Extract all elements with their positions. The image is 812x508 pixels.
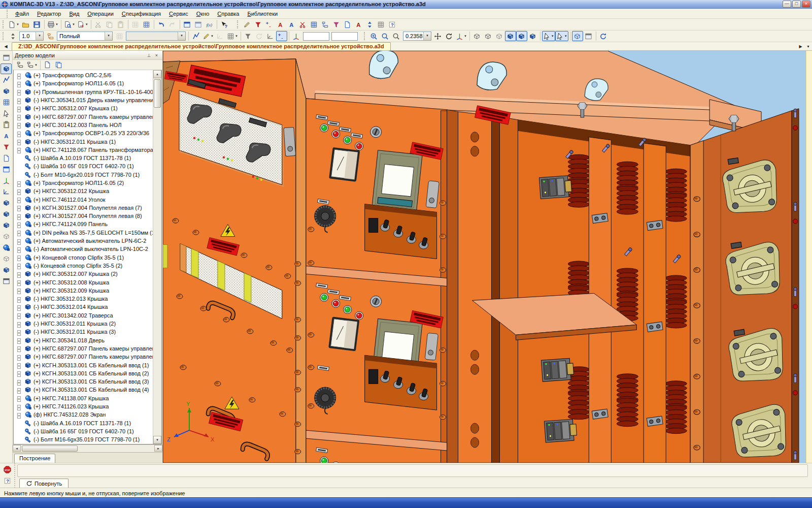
tree-expand-box[interactable]: +: [17, 312, 23, 318]
spec-add-section-button[interactable]: [264, 19, 275, 29]
spec-title-block-button[interactable]: [353, 19, 364, 29]
tree-item[interactable]: +(+) НКГС.305341.018 Дверь: [14, 336, 153, 344]
tree-expand-box[interactable]: +: [17, 304, 23, 310]
scroll-up-arrow[interactable]: ▲: [153, 70, 161, 78]
tree-item[interactable]: +(+) НКГС.687297.007 Панель камеры управ…: [14, 344, 153, 353]
tree-expand-box[interactable]: +: [17, 321, 23, 327]
tree-vertical-scrollbar[interactable]: ▲ ▼: [153, 70, 161, 444]
tree-item[interactable]: +(ф) НКГС.745312.028 Экран: [14, 410, 153, 419]
scroll-right-arrow[interactable]: ►: [154, 445, 162, 452]
tree-item[interactable]: +(+) КСГН.301527.004 Полупетля левая (8): [14, 212, 153, 220]
tree-item[interactable]: +(+) НКГС.741128.067 Панель трансформато…: [14, 146, 153, 154]
scale-combo[interactable]: 1.0▼: [19, 31, 44, 41]
tab-scroll-right-button[interactable]: ▶: [797, 43, 804, 50]
zoom-area-button[interactable]: [380, 31, 391, 41]
spec-columns-button[interactable]: [320, 19, 331, 29]
grid-toggle-button[interactable]: ▼: [226, 31, 239, 41]
menu-help[interactable]: Справка: [213, 10, 243, 18]
tree-expand-box[interactable]: +: [17, 370, 23, 376]
new-document-button[interactable]: ▼: [7, 19, 20, 29]
coords-mode-button[interactable]: [291, 31, 302, 41]
side-measurements-3d-button[interactable]: [1, 131, 12, 141]
tree-expand-box[interactable]: +: [17, 238, 23, 244]
orientation-button[interactable]: ▼: [455, 31, 468, 41]
print-button[interactable]: ▼: [46, 19, 59, 29]
perspective-button[interactable]: [572, 31, 583, 41]
tree-expand-box[interactable]: +: [17, 329, 23, 335]
coord-x-input[interactable]: [303, 32, 329, 41]
layer-control-button[interactable]: [114, 31, 125, 41]
tree-expand-box[interactable]: +: [17, 246, 23, 252]
tree-expand-box[interactable]: +: [17, 122, 23, 128]
toolbar-spec-grip[interactable]: [237, 20, 240, 28]
tree-expand-box[interactable]: +: [17, 345, 23, 351]
side-auxiliary-geometry-button[interactable]: [1, 108, 12, 119]
print-preview-button[interactable]: ▼: [63, 19, 76, 29]
side-kinematic-button[interactable]: [1, 220, 12, 231]
local-csys-button[interactable]: [243, 31, 254, 41]
tree-doc-button[interactable]: [42, 60, 53, 70]
document-manager-button[interactable]: [182, 19, 193, 29]
tree-item[interactable]: +(-) НКГС.305312.011 Крышка (1): [14, 137, 153, 145]
tree-expand-box[interactable]: +: [17, 73, 23, 78]
tree-item[interactable]: +(+) КСГН.305313.001 СБ Кабельный ввод (…: [14, 369, 153, 377]
properties-button[interactable]: [130, 19, 141, 29]
tree-expand-box[interactable]: +: [17, 296, 23, 302]
spec-position-41-button[interactable]: [275, 19, 286, 29]
pan-button[interactable]: [432, 31, 444, 41]
tree-expand-box[interactable]: +: [17, 147, 23, 152]
layer-combo-dropdown[interactable]: ▼: [178, 32, 185, 40]
zoom-in-button[interactable]: [368, 31, 380, 41]
toolbar-view-grip[interactable]: [364, 32, 366, 40]
tree-expand-box[interactable]: +: [17, 197, 23, 202]
tab-construction[interactable]: Построение: [14, 454, 55, 463]
tree-item[interactable]: +(+) НКГС.305312.012 Крышка: [14, 187, 153, 195]
tree-expand-box[interactable]: +: [17, 379, 23, 385]
tree-expand-box[interactable]: +: [17, 89, 23, 94]
side-sheet-metal-button[interactable]: [1, 265, 12, 275]
tree-expand-box[interactable]: +: [17, 362, 23, 368]
variables-window-button[interactable]: [193, 19, 204, 29]
tree-item[interactable]: +(+) НКГС.741124.099 Панель: [14, 220, 153, 228]
scroll-left-arrow[interactable]: ◄: [13, 445, 21, 452]
tree-item[interactable]: +(-) НКГС.305312.013 Крышка: [14, 295, 153, 303]
side-filters-button[interactable]: [1, 142, 12, 152]
tree-horizontal-scrollbar[interactable]: ◄ ►: [13, 444, 162, 452]
menu-window[interactable]: Окно: [192, 10, 214, 18]
horizontal-scroll-thumb[interactable]: [22, 446, 78, 452]
redo-button[interactable]: [167, 19, 178, 29]
tree-expand-box[interactable]: +: [17, 98, 23, 103]
tree-expand-box[interactable]: +: [17, 279, 23, 285]
ortho-mode-button[interactable]: [265, 31, 276, 41]
tree-item[interactable]: +(+) КСГН.301527.004 Полупетля левая (7): [14, 204, 153, 212]
menu-file[interactable]: Файл: [11, 10, 33, 18]
hidden-lines-button[interactable]: [483, 31, 494, 41]
vertical-scroll-thumb[interactable]: [154, 79, 161, 108]
copy-button[interactable]: [104, 19, 115, 29]
spec-insert-object-button[interactable]: [253, 19, 264, 29]
side-specification-panel-button[interactable]: [1, 153, 12, 164]
step-value-button[interactable]: [7, 31, 18, 41]
side-attachments-button[interactable]: [1, 119, 12, 130]
hidden-thin-button[interactable]: [494, 31, 505, 41]
tab-list-button[interactable]: ▾: [804, 43, 812, 50]
tree-item[interactable]: +(+) Автоматический выключатель LPN-6C-2: [14, 237, 153, 245]
display-mode-combo-dropdown[interactable]: ▼: [105, 32, 112, 40]
spec-edit-button[interactable]: [242, 19, 253, 29]
interrupt-stop-button[interactable]: [2, 465, 12, 474]
save-document-button[interactable]: [31, 19, 43, 29]
tree-item[interactable]: +(+) НКГС.305312.007 Крышка (1): [14, 104, 153, 112]
context-help-button[interactable]: [219, 19, 230, 29]
tree-expand-box[interactable]: +: [17, 387, 23, 393]
cut-button[interactable]: [93, 19, 104, 29]
minimize-button[interactable]: —: [783, 1, 791, 8]
menu-grip[interactable]: [7, 10, 9, 18]
variables-fx-button[interactable]: [204, 19, 215, 29]
spec-help-button[interactable]: [387, 19, 398, 29]
menu-specification[interactable]: Спецификация: [118, 10, 165, 18]
display-mode-combo[interactable]: Полный▼: [57, 31, 113, 41]
spreadsheet-button[interactable]: [141, 19, 152, 29]
menu-operations[interactable]: Операции: [83, 10, 117, 18]
edit-sketch-button[interactable]: ▼: [201, 31, 215, 41]
tree-item[interactable]: +(+) НКГС.305312.007 Крышка (2): [14, 270, 153, 278]
